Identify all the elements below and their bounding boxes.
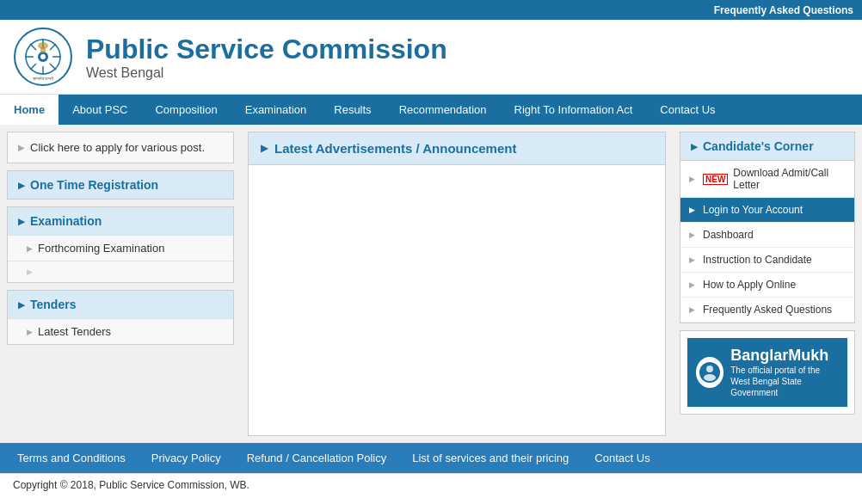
footer-refund[interactable]: Refund / Cancellation Policy xyxy=(247,452,387,464)
dashboard-item[interactable]: Dashboard xyxy=(680,223,854,248)
footer-links: Terms and Conditions Privacy Policy Refu… xyxy=(0,443,862,473)
main-content: Click here to apply for various post. On… xyxy=(0,125,862,443)
banglarmukh-box[interactable]: BanglarMukh The official portal of theWe… xyxy=(680,330,855,415)
nav-home[interactable]: Home xyxy=(0,95,58,125)
candidates-corner: Candidate's Corner NEW Download Admit/Ca… xyxy=(680,132,855,323)
login-account-label: Login to Your Account xyxy=(703,204,803,216)
nav-rti[interactable]: Right To Information Act xyxy=(501,95,647,125)
footer-bottom: Copyright © 2018, Public Service Commiss… xyxy=(0,473,862,496)
forthcoming-examination[interactable]: Forthcoming Examination xyxy=(8,235,233,261)
nav-about[interactable]: About PSC xyxy=(58,95,141,125)
svg-point-16 xyxy=(706,366,713,372)
svg-rect-13 xyxy=(40,47,46,53)
middle-content: Latest Advertisements / Announcement xyxy=(241,125,673,443)
footer-privacy[interactable]: Privacy Policy xyxy=(151,452,221,464)
copyright-text: Copyright © 2018, Public Service Commiss… xyxy=(13,479,249,491)
login-account-item[interactable]: Login to Your Account xyxy=(680,198,854,223)
registration-header[interactable]: One Time Registration xyxy=(8,171,233,199)
banglarmukh-logo xyxy=(696,357,723,388)
logo: सत्यमेव जयते xyxy=(13,27,73,87)
svg-text:सत्यमेव जयते: सत्यमेव जयते xyxy=(32,76,53,81)
nav-composition[interactable]: Composition xyxy=(141,95,231,125)
instruction-candidate-item[interactable]: Instruction to Candidate xyxy=(680,248,854,273)
latest-tenders[interactable]: Latest Tenders xyxy=(8,318,233,344)
banglarmukh-text: BanglarMukh The official portal of theWe… xyxy=(730,347,839,398)
header: सत्यमेव जयते Public Service Commission W… xyxy=(0,20,862,95)
svg-point-17 xyxy=(704,374,716,381)
main-nav: Home About PSC Composition Examination R… xyxy=(0,95,862,125)
faq-label: Frequently Asked Questions xyxy=(703,304,832,316)
right-sidebar: Candidate's Corner NEW Download Admit/Ca… xyxy=(673,125,862,443)
nav-recommendation[interactable]: Recommendation xyxy=(385,95,501,125)
announcement-header: Latest Advertisements / Announcement xyxy=(249,132,665,165)
footer-contact[interactable]: Contact Us xyxy=(594,452,650,464)
nav-contact[interactable]: Contact Us xyxy=(646,95,729,125)
svg-line-8 xyxy=(30,44,36,50)
candidates-corner-header: Candidate's Corner xyxy=(680,132,854,161)
examination-section: Examination Forthcoming Examination xyxy=(7,206,234,283)
svg-point-3 xyxy=(40,54,46,59)
tenders-header[interactable]: Tenders xyxy=(8,291,233,318)
svg-line-10 xyxy=(50,44,56,50)
footer-services[interactable]: List of services and their pricing xyxy=(412,452,569,464)
download-admit-item[interactable]: NEW Download Admit/Call Letter xyxy=(680,161,854,198)
banglarmukh-title: BanglarMukh xyxy=(730,347,839,365)
left-sidebar: Click here to apply for various post. On… xyxy=(0,125,241,443)
nav-results[interactable]: Results xyxy=(320,95,385,125)
footer-terms[interactable]: Terms and Conditions xyxy=(17,452,126,464)
site-subtitle: West Bengal xyxy=(86,65,447,81)
examination-empty xyxy=(8,261,233,282)
site-title: Public Service Commission xyxy=(86,34,447,65)
header-text: Public Service Commission West Bengal xyxy=(86,34,447,81)
apply-banner[interactable]: Click here to apply for various post. xyxy=(7,132,234,163)
dashboard-label: Dashboard xyxy=(703,229,754,241)
download-admit-label: Download Admit/Call Letter xyxy=(733,167,846,191)
announcement-box: Latest Advertisements / Announcement xyxy=(248,132,666,436)
nav-examination[interactable]: Examination xyxy=(231,95,321,125)
how-to-apply-label: How to Apply Online xyxy=(703,279,796,291)
examination-header[interactable]: Examination xyxy=(8,207,233,235)
banglarmukh-subtitle: The official portal of theWest Bengal St… xyxy=(730,365,839,398)
top-faq-link[interactable]: Frequently Asked Questions xyxy=(714,4,853,16)
how-to-apply-item[interactable]: How to Apply Online xyxy=(680,273,854,298)
top-bar: Frequently Asked Questions xyxy=(0,0,862,20)
registration-section: One Time Registration xyxy=(7,170,234,200)
tenders-section: Tenders Latest Tenders xyxy=(7,290,234,345)
banglarmukh-inner: BanglarMukh The official portal of theWe… xyxy=(687,338,847,407)
instruction-candidate-label: Instruction to Candidate xyxy=(703,254,812,266)
faq-item[interactable]: Frequently Asked Questions xyxy=(680,298,854,323)
new-badge: NEW xyxy=(703,174,728,185)
svg-line-11 xyxy=(30,64,36,70)
svg-line-9 xyxy=(50,64,56,70)
